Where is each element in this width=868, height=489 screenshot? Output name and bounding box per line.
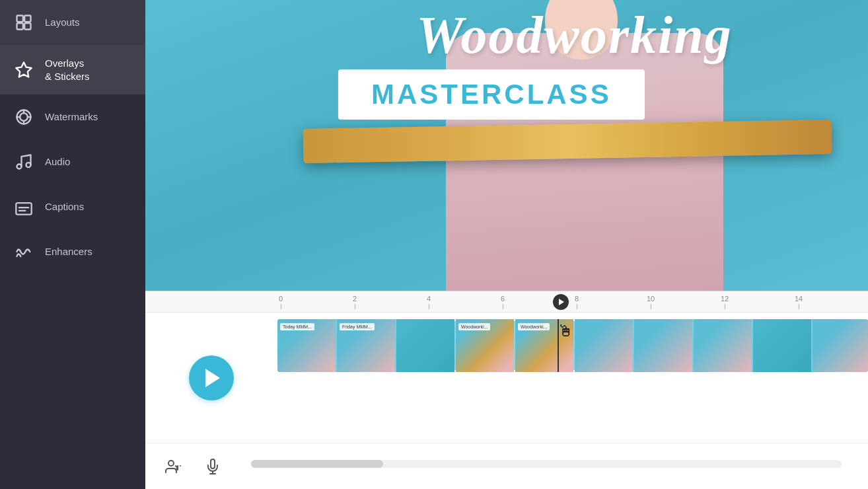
ruler-mark-12: 12: [721, 295, 729, 309]
ruler-mark-0: 0: [279, 295, 283, 309]
svg-point-12: [26, 163, 31, 167]
video-preview: Woodworking MASTERCLASS: [145, 0, 868, 291]
thumbnail-4: Woodworki...: [456, 319, 515, 372]
sidebar-item-audio[interactable]: Audio: [0, 139, 145, 184]
thumbnail-9: [753, 319, 813, 372]
thumbnail-1: Today MMM...: [277, 319, 337, 372]
sidebar-item-watermarks[interactable]: Watermarks: [0, 94, 145, 139]
masterclass-badge: MASTERCLASS: [338, 69, 645, 120]
mic-button[interactable]: [198, 452, 227, 481]
timeline-area: 0 2 4 6 8: [145, 291, 868, 489]
ruler-mark-10: 10: [647, 295, 655, 309]
thumbnail-10: [813, 319, 868, 372]
svg-point-11: [17, 165, 22, 169]
thumbnail-7: [634, 319, 694, 372]
ruler-mark-2: 2: [353, 295, 357, 309]
thumbnail-5: Woodworki...: [515, 319, 575, 372]
playhead-ruler-handle[interactable]: [561, 294, 577, 310]
layouts-icon: [13, 12, 34, 33]
timeline-scrollbar[interactable]: [251, 460, 842, 468]
svg-rect-3: [24, 23, 30, 29]
svg-point-6: [20, 113, 28, 121]
scrollbar-thumb[interactable]: [251, 460, 383, 468]
timeline-ruler: 0 2 4 6 8: [145, 291, 868, 313]
video-bg: Woodworking MASTERCLASS: [145, 0, 868, 291]
sidebar-item-label: Layouts: [45, 16, 80, 29]
sidebar-item-enhancers[interactable]: Enhancers: [0, 229, 145, 274]
ruler-mark-4: 4: [427, 295, 431, 309]
video-track[interactable]: Today MMM... Friday MMM...: [277, 319, 868, 372]
track-thumbnails: Today MMM... Friday MMM...: [277, 319, 868, 372]
sidebar-item-layouts[interactable]: Layouts: [0, 0, 145, 45]
svg-rect-1: [24, 16, 30, 22]
star-icon: [13, 59, 34, 81]
thumbnail-3: [396, 319, 456, 372]
svg-rect-0: [17, 16, 23, 22]
sidebar-item-captions[interactable]: Captions: [0, 184, 145, 229]
svg-point-16: [168, 461, 174, 466]
playhead-track-line: [558, 319, 559, 372]
sidebar-item-label: Enhancers: [45, 245, 92, 258]
sidebar-item-label: Captions: [45, 200, 84, 213]
watermark-icon: [13, 106, 34, 128]
thumbnail-2: Friday MMM...: [337, 319, 396, 372]
audio-icon: [13, 151, 34, 172]
timeline-left-controls: [145, 313, 277, 443]
speaker-button[interactable]: [159, 452, 188, 481]
bottom-controls: [145, 443, 868, 489]
svg-rect-13: [16, 203, 31, 215]
ruler-mark-14: 14: [795, 295, 803, 309]
thumbnail-6: [575, 319, 634, 372]
thumbnail-8: [694, 319, 753, 372]
play-button[interactable]: [189, 356, 234, 400]
ruler-mark-6: 6: [501, 295, 505, 309]
preview-title: Woodworking: [416, 5, 732, 65]
svg-rect-2: [17, 23, 23, 29]
captions-icon: [13, 196, 34, 217]
sidebar: Layouts Overlays& Stickers: [0, 0, 145, 489]
sidebar-item-label: Watermarks: [45, 110, 98, 124]
timeline-content: Today MMM... Friday MMM...: [145, 313, 868, 443]
tracks-wrapper: Today MMM... Friday MMM...: [277, 319, 868, 372]
sidebar-item-label: Audio: [45, 155, 70, 169]
preview-area: Woodworking MASTERCLASS: [145, 0, 868, 291]
sidebar-item-label: Overlays& Stickers: [45, 57, 90, 83]
enhancers-icon: [13, 241, 34, 262]
timeline-tracks: Today MMM... Friday MMM...: [277, 313, 868, 443]
svg-marker-4: [16, 62, 31, 77]
sidebar-item-overlays[interactable]: Overlays& Stickers: [0, 45, 145, 94]
scrollbar-container: [238, 460, 855, 473]
